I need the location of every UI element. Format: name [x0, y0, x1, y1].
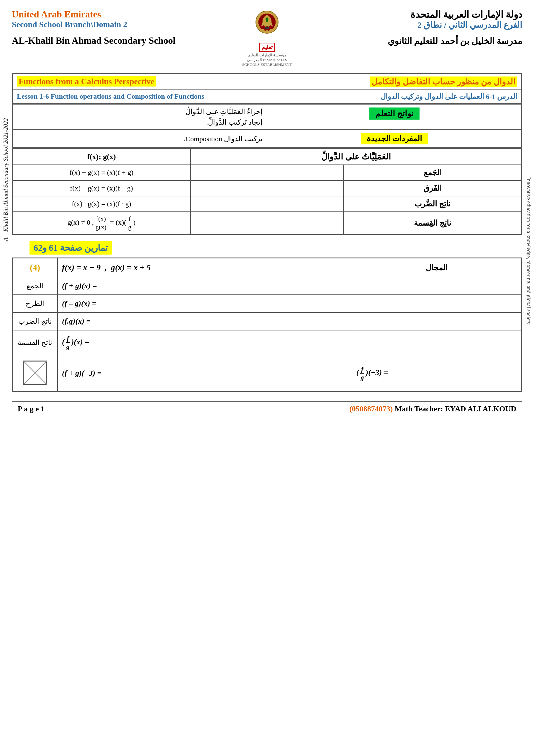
ops-sum-label: الجَمع	[343, 165, 521, 180]
lesson-subtitle-ar: الدرس 1-6 العمليات على الدوال وتركيب الد…	[271, 93, 517, 101]
main-title-ar: الدوال من منظور حساب التفاضل والتكامل	[271, 77, 517, 87]
row-label-sub: الطرح	[26, 300, 44, 308]
crossed-box	[22, 359, 48, 386]
vocab-content: تركيب الدوال Composition.	[184, 135, 263, 143]
logo-text: مؤسسة الإمارات للتعليم المدرسي EIMAARATE…	[241, 53, 293, 67]
row-expr-sub: (f – g)(x) =	[62, 299, 96, 308]
exercise-main-table: (4) f(x) = x − 9 , g(x) = x + 5 المجال ا…	[12, 257, 522, 392]
right-side-text: Innovative education for a knowledge, pi…	[525, 177, 532, 325]
page-header: United Arab Emirates Second School Branc…	[12, 9, 522, 70]
row-label-product: ناتج الضرب	[18, 317, 52, 325]
ops-diff-formula: (f – g)(x) = f(x) – g(x)	[13, 180, 191, 196]
exercises-heading: تمارين صفحة 61 و62	[30, 241, 112, 255]
outcomes-vocab-table: إجراءُ العَمَليَّاتِ على الدَّوالِّ إيجا…	[12, 104, 522, 148]
ops-quotient-formula: (fg)(x) = f(x)g(x), g(x) ≠ 0	[13, 212, 191, 234]
ops-sum-formula: (f + g)(x) = f(x) + g(x)	[13, 165, 191, 180]
svg-point-6	[270, 29, 272, 30]
svg-point-4	[262, 29, 264, 30]
row-expr-product: (f.g)(x) =	[62, 317, 90, 325]
main-title-en: Functions from a Calculus Perspective	[17, 77, 263, 86]
col-header-domain: المجال	[426, 263, 447, 272]
ops-product-label: ناتِج الضَّرب	[343, 196, 521, 212]
branch-label: Second School Branch\Domain 2	[12, 20, 238, 29]
footer-phone: (0508874073)	[349, 405, 393, 413]
exercises-section-header: تمارين صفحة 61 و62	[30, 241, 522, 255]
lesson-subtitle-en: Lesson 1-6 Function operations and Compo…	[17, 93, 263, 100]
footer-teacher-name: Math Teacher: EYAD ALI ALKOUD	[395, 405, 516, 413]
svg-rect-3	[267, 19, 267, 21]
row-expr-sum: (f + g)(x) =	[62, 282, 97, 290]
logo-box: تعلیم	[259, 43, 275, 52]
outcomes-header: نواتج التعلم	[369, 107, 420, 120]
ops-row-quotient: (fg)(x) = f(x)g(x), g(x) ≠ 0 ناتِج القِس…	[13, 212, 522, 234]
ops-product-formula: (f · g)(x) = f(x) · g(x)	[13, 196, 191, 212]
ops-row-sum: (f + g)(x) = f(x) + g(x) الجَمع	[13, 165, 522, 180]
header-right: دولة الإمارات العربية المتحدة الفرع المد…	[296, 9, 522, 46]
footer-teacher: (0508874073) Math Teacher: EYAD ALI ALKO…	[349, 405, 516, 414]
ops-row-product: (f · g)(x) = f(x) · g(x) ناتِج الضَّرب	[13, 196, 522, 212]
exercise-row-product: ناتج الضرب (f.g)(x) =	[13, 312, 522, 330]
vocab-header: المفردات الجديدة	[361, 133, 428, 145]
ops-subtitle: f(x); g(x)	[87, 152, 116, 161]
school-name: AL-Khalil Bin Ahmad Secondary School	[12, 35, 176, 46]
uae-title: United Arab Emirates	[12, 9, 238, 20]
exercise-row-sub: الطرح (f – g)(x) =	[13, 295, 522, 312]
title-table: Functions from a Calculus Perspective ال…	[12, 73, 522, 104]
svg-point-5	[266, 30, 268, 32]
ops-row-diff: (f – g)(x) = f(x) – g(x) الفَرق	[13, 180, 522, 196]
exercise-bottom-row: (f + g)(−3) = (fg)(−3) =	[13, 355, 522, 392]
operations-table: f(x); g(x) العَمَلِيَّاتُ على الدَّوالِّ…	[12, 148, 522, 235]
bottom-right-expr: (fg)(−3) =	[356, 368, 388, 377]
arabic-uae-title: دولة الإمارات العربية المتحدة	[296, 9, 522, 20]
outcome-1: إجراءُ العَمَليَّاتِ على الدَّوالِّ	[17, 107, 263, 116]
svg-rect-2	[265, 27, 269, 29]
header-left: United Arab Emirates Second School Branc…	[12, 9, 238, 46]
exercise-row-quotient: ناتج القسمة (fg)(x) =	[13, 330, 522, 355]
ops-diff-label: الفَرق	[343, 180, 521, 196]
ops-title: العَمَلِيَّاتُ على الدَّوالِّ	[321, 152, 391, 161]
page-footer: P a g e 1 (0508874073) Math Teacher: EYA…	[12, 401, 522, 417]
bottom-left-expr: (f + g)(−3) =	[62, 369, 101, 377]
exercise-number: (4)	[30, 262, 40, 272]
arabic-school-name: مدرسة الخليل بن أحمد للتعليم الثانوي	[388, 36, 522, 46]
exercise-header-row: (4) f(x) = x − 9 , g(x) = x + 5 المجال	[13, 258, 522, 277]
left-side-text: A – Khalil Bin Ahmad Secondary School 20…	[2, 118, 9, 241]
uae-emblem	[251, 9, 283, 41]
arabic-branch: الفرع المدرسي الثاني / نطاق 2	[296, 20, 522, 30]
outcome-2: إيجاد تَركيب الدَّوالِّ.	[17, 118, 263, 126]
row-label-quotient: ناتج القسمة	[18, 339, 52, 346]
ops-quotient-label: ناتِج القِسمة	[343, 212, 521, 234]
exercise-row-sum: الجمع (f + g)(x) =	[13, 277, 522, 295]
row-expr-quotient: (fg)(x) =	[62, 338, 89, 346]
header-center: تعلیم مؤسسة الإمارات للتعليم المدرسي EIM…	[238, 9, 296, 67]
exercise-functions: f(x) = x − 9 , g(x) = x + 5	[62, 263, 150, 272]
row-label-sum: الجمع	[27, 282, 43, 290]
page-number: P a g e 1	[18, 405, 44, 414]
